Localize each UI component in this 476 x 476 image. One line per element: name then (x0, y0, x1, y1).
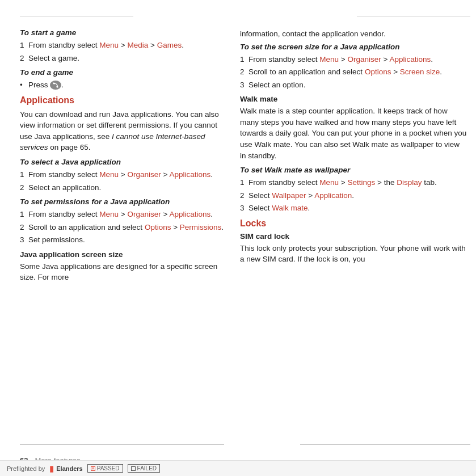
main-content: To start a game From standby select Menu… (20, 28, 467, 439)
wallpaper-link: Wallpaper (272, 191, 306, 200)
menu-link2: Menu (99, 170, 119, 179)
right-column: information, contact the application ven… (240, 28, 467, 439)
phone-svg (52, 82, 59, 89)
walk-mate-link: Walk mate (272, 204, 307, 212)
menu-link5: Menu (319, 178, 339, 187)
page: To start a game From standby select Menu… (0, 0, 476, 476)
list-item: Select a game. (20, 53, 224, 64)
more-info-text: information, contact the application ven… (240, 28, 467, 40)
list-item: Select an option. (240, 79, 467, 91)
java-screen-size-section: Java application screen size Some Java a… (20, 250, 224, 283)
set-screen-size-section: To set the screen size for a Java applic… (240, 43, 467, 91)
end-game-section: To end a game Press . (20, 68, 224, 91)
brand-name: Elanders (56, 465, 82, 472)
applications-heading: Applications (20, 95, 224, 106)
application-link: Application (314, 191, 352, 200)
settings-link: Settings (347, 178, 375, 187)
list-item: Scroll to an application and select Opti… (240, 66, 467, 78)
applications-body: You can download and run Java applicatio… (20, 109, 224, 153)
list-item: Scroll to an application and select Opti… (20, 222, 224, 233)
applications-link: Applications (169, 170, 210, 179)
start-game-steps: From standby select Menu > Media > Games… (20, 40, 224, 64)
select-java-heading: To select a Java application (20, 158, 224, 166)
end-game-list: Press . (20, 79, 224, 91)
applications-section: Applications You can download and run Ja… (20, 95, 224, 153)
failed-label: FAILED (137, 465, 157, 471)
list-item: Select an application. (20, 182, 224, 193)
list-item: Select Wallpaper > Application. (240, 190, 467, 201)
preflighted-text: Preflighted by (7, 465, 45, 472)
locks-heading: Locks (240, 218, 467, 229)
walk-mate-section: Walk mate Walk mate is a step counter ap… (240, 95, 467, 161)
end-call-icon (50, 81, 61, 90)
organiser-link3: Organiser (347, 55, 381, 64)
walk-mate-heading: Walk mate (240, 95, 467, 103)
menu-link: Menu (99, 41, 119, 49)
list-item: From standby select Menu > Organiser > A… (240, 54, 467, 65)
menu-link3: Menu (99, 210, 119, 218)
java-screen-size-heading: Java application screen size (20, 250, 224, 259)
top-border-right (357, 16, 470, 16)
set-permissions-section: To set permissions for a Java applicatio… (20, 197, 224, 246)
list-item: Press . (20, 79, 224, 91)
list-item: From standby select Menu > Organiser > A… (20, 169, 224, 180)
start-game-section: To start a game From standby select Menu… (20, 28, 224, 64)
locks-section: Locks SIM card lock This lock only prote… (240, 218, 467, 265)
walk-mate-body: Walk mate is a step counter application.… (240, 106, 467, 161)
organiser-link2: Organiser (127, 210, 161, 218)
preflighted-logo: ▮ Elanders (49, 464, 82, 473)
options-link: Options (145, 223, 171, 231)
select-java-section: To select a Java application From standb… (20, 158, 224, 193)
list-item: Select Walk mate. (240, 203, 467, 214)
set-wallpaper-heading: To set Walk mate as wallpaper (240, 166, 467, 174)
set-permissions-heading: To set permissions for a Java applicatio… (20, 197, 224, 206)
bottom-border-left (20, 444, 224, 445)
failed-badge: FAILED (128, 464, 160, 473)
permissions-link: Permissions (180, 223, 222, 231)
start-game-heading: To start a game (20, 28, 224, 37)
top-border-left (20, 16, 133, 16)
end-game-heading: To end a game (20, 68, 224, 77)
options-link2: Options (365, 68, 391, 76)
preflighted-bar: Preflighted by ▮ Elanders PASSED FAILED (0, 460, 476, 476)
check-icon (91, 466, 95, 471)
list-item: From standby select Menu > Organiser > A… (20, 209, 224, 220)
select-java-steps: From standby select Menu > Organiser > A… (20, 169, 224, 193)
screen-size-link: Screen size (400, 68, 440, 76)
list-item: From standby select Menu > Settings > th… (240, 177, 467, 188)
list-item: Set permissions. (20, 234, 224, 246)
games-link: Games (157, 41, 182, 49)
passed-label: PASSED (97, 465, 120, 471)
set-wallpaper-section: To set Walk mate as wallpaper From stand… (240, 166, 467, 214)
list-item: From standby select Menu > Media > Games… (20, 40, 224, 51)
set-wallpaper-steps: From standby select Menu > Settings > th… (240, 177, 467, 214)
elanders-icon: ▮ (49, 464, 54, 473)
applications-link3: Applications (389, 55, 431, 64)
empty-square-icon (131, 466, 136, 471)
set-screen-size-steps: From standby select Menu > Organiser > A… (240, 54, 467, 91)
sim-card-lock-body: This lock only protects your subscriptio… (240, 243, 467, 265)
set-screen-size-heading: To set the screen size for a Java applic… (240, 43, 467, 51)
applications-link2: Applications (169, 210, 210, 218)
organiser-link: Organiser (127, 170, 161, 179)
media-link: Media (127, 41, 148, 49)
passed-badge: PASSED (87, 464, 123, 473)
left-column: To start a game From standby select Menu… (20, 28, 224, 439)
java-screen-size-body: Some Java applications are designed for … (20, 261, 224, 283)
sim-card-lock-heading: SIM card lock (240, 232, 467, 241)
menu-link4: Menu (319, 55, 339, 64)
press-text: Press (28, 81, 48, 89)
bottom-border-right (300, 444, 470, 445)
set-permissions-steps: From standby select Menu > Organiser > A… (20, 209, 224, 246)
display-link: Display (397, 178, 422, 187)
